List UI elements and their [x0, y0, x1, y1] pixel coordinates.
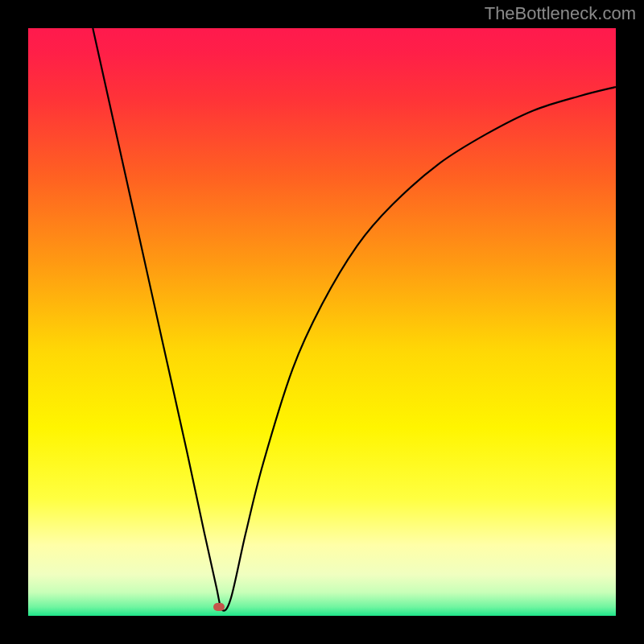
- spectrum-background: [28, 28, 616, 616]
- optimal-point-marker: [213, 603, 225, 611]
- plot-frame: [28, 28, 616, 616]
- attribution-text: TheBottleneck.com: [485, 3, 636, 24]
- svg-rect-0: [28, 28, 616, 616]
